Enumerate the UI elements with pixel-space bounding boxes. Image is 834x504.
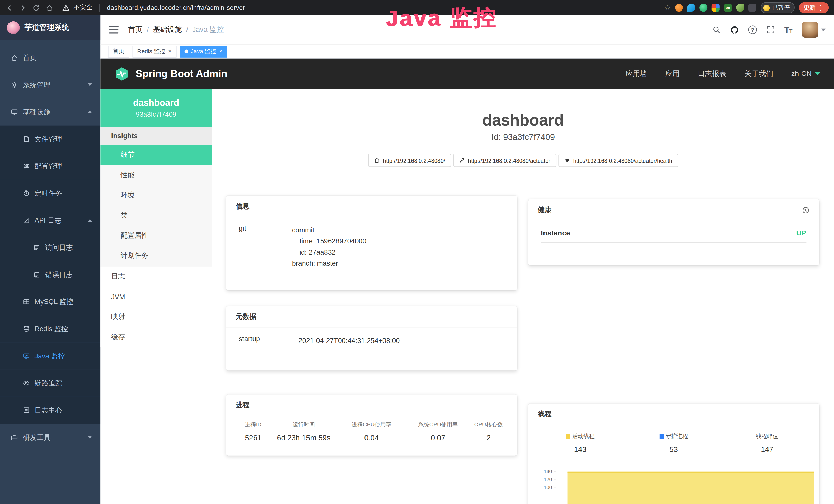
chevron-down-icon (821, 28, 826, 31)
wrench-icon (459, 157, 465, 163)
sidebar-item-system[interactable]: 系统管理 (0, 71, 101, 98)
sba-header: Spring Boot Admin 应用墙 应用 日志报表 关于我们 zh-CN (101, 59, 834, 89)
sidebar-item-access-log[interactable]: 访问日志 (0, 234, 101, 261)
instance-url-button[interactable]: http://192.168.0.2:48080/ (368, 154, 451, 167)
hamburger-icon[interactable] (109, 26, 119, 33)
yellow-swatch-icon (566, 434, 570, 439)
breadcrumb-infra[interactable]: 基础设施 (153, 25, 182, 35)
health-card: 健康 Instance UP (528, 200, 819, 266)
metadata-card-title: 元数据 (236, 312, 256, 322)
sliders-icon (22, 162, 30, 170)
sba-item-jvm[interactable]: JVM (101, 287, 212, 307)
startup-row: startup 2021-04-27T00:44:31.254+08:00 (239, 328, 504, 351)
actuator-url-button[interactable]: http://192.168.0.2:48080/actuator (453, 154, 556, 167)
sba-item-details[interactable]: 细节 (101, 144, 212, 165)
security-chip[interactable]: 不安全 (62, 3, 92, 12)
cpu-cores-value: 2 (468, 433, 508, 442)
instance-health-row: Instance UP (541, 221, 806, 243)
sidebar-item-error-log[interactable]: 错误日志 (0, 261, 101, 288)
search-icon[interactable] (712, 25, 721, 34)
sidebar-item-job[interactable]: 定时任务 (0, 180, 101, 207)
extension-icon-2[interactable] (687, 4, 695, 12)
sidebar-item-dev-tools[interactable]: 研发工具 (0, 423, 101, 451)
chevron-down-icon (88, 436, 92, 438)
sba-menu-group-insights: Insights (101, 127, 212, 144)
sidebar-item-java[interactable]: Java 监控 (0, 343, 101, 370)
system-cpu-value: 0.07 (408, 433, 468, 442)
sidebar-item-log-center[interactable]: 日志中心 (0, 397, 101, 424)
heart-icon (564, 157, 570, 163)
security-label: 不安全 (73, 3, 93, 12)
sba-item-environment[interactable]: 环境 (101, 185, 212, 205)
sidebar-item-home[interactable]: 首页 (0, 44, 101, 71)
close-icon[interactable]: × (219, 48, 222, 54)
sba-item-scheduled-tasks[interactable]: 计划任务 (101, 246, 212, 266)
health-card-title: 健康 (538, 205, 552, 215)
admin-sidebar: 芋道管理系统 首页 系统管理 基础设施 (0, 16, 101, 504)
breadcrumb: 首页 / 基础设施 / Java 监控 (128, 25, 224, 35)
github-icon[interactable] (730, 25, 739, 34)
legend-peak-threads: 线程峰值 (721, 433, 814, 440)
sba-nav-wallboard[interactable]: 应用墙 (626, 69, 647, 78)
refresh-icon[interactable] (32, 3, 40, 12)
tab-home[interactable]: 首页 (108, 45, 129, 57)
divider (100, 4, 100, 12)
bookmark-star-icon[interactable]: ☆ (664, 4, 671, 12)
sba-item-performance[interactable]: 性能 (101, 165, 212, 185)
fullscreen-icon[interactable] (766, 25, 775, 34)
close-icon[interactable]: × (168, 48, 172, 54)
process-card: 进程 进程ID 运行时间 进程CPU使用率 系统CPU使用率 CPU核心数 (226, 395, 517, 456)
sba-instance-header[interactable]: dashboard 93a3fc7f7409 (101, 89, 212, 127)
extension-icon-6[interactable] (736, 4, 744, 12)
sba-item-logs[interactable]: 日志 (101, 266, 212, 287)
sidebar-item-trace[interactable]: 链路追踪 (0, 369, 101, 397)
home-icon[interactable] (45, 3, 54, 12)
sba-item-classes[interactable]: 类 (101, 205, 212, 225)
sidebar-item-file[interactable]: 文件管理 (0, 125, 101, 153)
health-url-button[interactable]: http://192.168.0.2:48080/actuator/health (558, 154, 678, 167)
tab-redis-monitor[interactable]: Redis 监控 × (133, 45, 176, 57)
paused-badge[interactable]: 已暂停 (761, 2, 795, 13)
sba-nav-journal[interactable]: 日志报表 (698, 69, 726, 78)
avatar (802, 22, 818, 38)
metadata-card: 元数据 startup 2021-04-27T00:44:31.254+08:0… (226, 306, 517, 371)
extension-icon-4[interactable] (712, 4, 720, 12)
java-monitor-icon (22, 352, 30, 360)
back-icon[interactable] (5, 3, 14, 12)
help-icon[interactable]: ? (748, 25, 757, 34)
sidebar-item-config[interactable]: 配置管理 (0, 153, 101, 180)
sba-item-config-props[interactable]: 配置属性 (101, 225, 212, 246)
sidebar-item-mysql[interactable]: MySQL 监控 (0, 288, 101, 315)
tab-java-monitor[interactable]: Java 监控 × (179, 45, 227, 57)
sidebar-item-infra[interactable]: 基础设施 (0, 98, 101, 125)
gear-icon (10, 81, 18, 89)
eye-icon (22, 380, 30, 387)
chrome-update-button[interactable]: 更新 ⋮ (799, 2, 829, 13)
font-size-icon[interactable]: TT (785, 25, 793, 34)
threads-card-title: 线程 (538, 410, 552, 419)
forward-icon[interactable] (19, 3, 27, 12)
url-text[interactable]: dashboard.yudao.iocoder.cn/infra/admin-s… (107, 4, 245, 12)
sidebar-item-api-log[interactable]: API 日志 (0, 207, 101, 234)
page-subtitle: Id: 93a3fc7f7409 (212, 133, 834, 142)
breadcrumb-home[interactable]: 首页 (128, 25, 142, 35)
sba-item-mappings[interactable]: 映射 (101, 307, 212, 327)
history-icon[interactable] (802, 206, 810, 214)
user-menu[interactable] (802, 22, 826, 38)
threads-area-fill (568, 472, 814, 504)
emoji-face-icon (763, 5, 770, 11)
sba-locale-select[interactable]: zh-CN (791, 70, 820, 77)
home-icon (374, 157, 380, 163)
extension-icon-7[interactable] (748, 4, 756, 12)
extension-icon-3[interactable] (699, 4, 707, 12)
sba-nav-applications[interactable]: 应用 (665, 69, 680, 78)
sba-brand[interactable]: Spring Boot Admin (114, 66, 227, 81)
sba-nav-about[interactable]: 关于我们 (745, 69, 773, 78)
sidebar-item-redis[interactable]: Redis 监控 (0, 315, 101, 343)
sba-item-caches[interactable]: 缓存 (101, 327, 212, 347)
info-card: 信息 git commit: time: 1596289704000 id: 2… (226, 196, 517, 290)
extension-icon-1[interactable] (675, 4, 683, 12)
extension-icon-5[interactable]: on (724, 4, 732, 12)
table-grid-icon (22, 298, 30, 305)
kebab-menu-icon: ⋮ (817, 4, 824, 12)
